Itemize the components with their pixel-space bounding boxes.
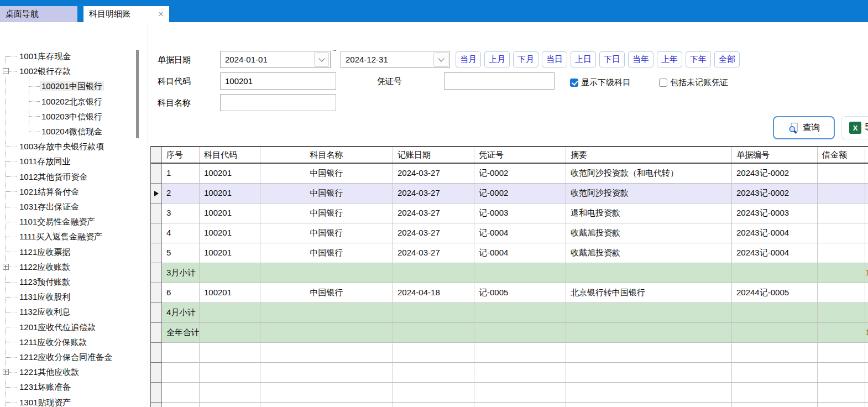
column-header[interactable]: 记账日期 (393, 147, 474, 163)
tab-subject-detail-ledger[interactable]: 科目明细账 × (83, 6, 169, 22)
voucher-input[interactable] (444, 72, 555, 90)
tree-item[interactable]: 1001库存现金 (18, 49, 72, 64)
checkbox-icon[interactable] (659, 79, 667, 87)
quick-date-button[interactable]: 当日 (542, 51, 567, 67)
quick-date-button[interactable]: 上年 (657, 51, 682, 67)
table-row[interactable]: 全年合计1 (151, 323, 868, 343)
table-row[interactable]: 1100201中国银行2024-03-27记-0002收范阿沙投资款（和电代转）… (151, 164, 868, 184)
table-row[interactable] (151, 343, 868, 363)
tree-item[interactable]: 1111买入返售金融资产 (18, 229, 104, 244)
table-row[interactable]: 5100201中国银行2024-03-27记-0004收戴旭投资款20243记-… (151, 243, 868, 263)
row-selector-cell[interactable] (151, 323, 162, 343)
tree-item[interactable]: 1031存出保证金 (18, 199, 81, 214)
table-row[interactable]: 2100201中国银行2024-03-27记-0002收范阿沙投资款20243记… (151, 184, 868, 204)
table-cell (393, 323, 474, 343)
row-selector-cell[interactable] (151, 164, 162, 184)
query-button[interactable]: 查询 (773, 116, 835, 139)
column-header[interactable]: 凭证号 (474, 147, 566, 163)
row-selector-cell[interactable] (151, 403, 162, 407)
quick-date-button[interactable]: 当年 (628, 51, 653, 67)
date-from-combo[interactable]: 2024-01-01 (220, 51, 331, 68)
excel-export-button[interactable]: X 导 (841, 116, 868, 139)
date-to-combo[interactable]: 2024-12-31 (341, 51, 450, 68)
tree-scrollbar[interactable] (135, 22, 139, 407)
checkbox-show-sub-accounts[interactable]: 显示下级科目 (570, 78, 631, 87)
tree-item[interactable]: 1221其他应收款 (18, 364, 81, 379)
tree-item[interactable]: 1101交易性金融资产 (18, 214, 97, 229)
tree-item[interactable]: 1003存放中央银行款项 (18, 139, 106, 154)
tree-item[interactable]: 1201应收代位追偿款 (18, 320, 97, 335)
row-selector-cell[interactable] (151, 383, 162, 403)
tree-item[interactable]: 100203中信银行 (40, 109, 104, 124)
scrollbar-thumb[interactable] (136, 50, 139, 138)
row-selector-cell[interactable] (151, 263, 162, 283)
tab-desktop-nav[interactable]: 桌面导航 (0, 6, 77, 22)
account-code-input[interactable] (220, 72, 336, 90)
column-header[interactable]: 借金额 (818, 147, 865, 163)
tree-item[interactable]: 1123预付账款 (18, 274, 72, 289)
tree-item[interactable]: 100202北京银行 (40, 94, 104, 109)
close-icon[interactable]: × (150, 9, 164, 19)
expander-icon[interactable] (3, 369, 9, 375)
tree-item[interactable]: 1122应收账款 (18, 259, 72, 274)
row-selector-cell[interactable] (151, 243, 162, 263)
table-row[interactable]: 4100201中国银行2024-03-27记-0004收戴旭投资款20243记-… (151, 223, 868, 243)
quick-date-button[interactable]: 上日 (571, 51, 596, 67)
tree-item[interactable]: 1231坏账准备 (18, 379, 72, 394)
table-cell: 100201 (200, 184, 260, 204)
expander-icon[interactable] (3, 68, 9, 74)
tree-item[interactable]: 1132应收利息 (18, 304, 72, 319)
quick-date-button[interactable]: 当月 (456, 51, 481, 67)
tree-item[interactable]: 1012其他货币资金 (18, 169, 89, 184)
table-cell (393, 263, 474, 283)
tree-item[interactable]: 1021结算备付金 (18, 184, 81, 199)
column-header[interactable] (865, 147, 868, 163)
row-selector-cell[interactable] (151, 283, 162, 303)
row-selector-cell[interactable] (151, 303, 162, 323)
voucher-label: 凭证号 (377, 76, 402, 87)
row-selector-cell[interactable] (151, 343, 162, 363)
quick-date-button[interactable]: 下日 (599, 51, 625, 67)
table-row[interactable] (151, 363, 868, 383)
table-cell (865, 403, 868, 407)
chevron-down-icon[interactable] (314, 52, 329, 67)
table-row[interactable] (151, 383, 868, 403)
table-row[interactable]: 3100201中国银行2024-03-27记-0003退和电投资款20243记-… (151, 204, 868, 223)
row-selector-cell[interactable] (151, 223, 162, 243)
table-cell: 4月小计 (162, 303, 200, 323)
quick-date-button[interactable]: 下月 (513, 51, 538, 67)
row-selector-cell[interactable] (151, 363, 162, 383)
table-row[interactable]: 4月小计 (151, 303, 868, 323)
tree-item[interactable]: 100201中国银行 (40, 79, 104, 93)
tree-item[interactable]: 100204微信现金 (40, 124, 104, 139)
column-header[interactable]: 摘要 (566, 147, 732, 163)
tree-item[interactable]: 1131应收股利 (18, 289, 72, 304)
row-selector-cell[interactable] (151, 204, 162, 223)
table-row[interactable]: 3月小计1 (151, 263, 868, 283)
tree-item-label: 1122应收账款 (18, 262, 72, 272)
chevron-down-icon[interactable] (433, 52, 448, 67)
row-selector-cell[interactable] (151, 184, 162, 204)
checkbox-icon[interactable] (570, 79, 578, 87)
tree-item[interactable]: 1121应收票据 (18, 244, 72, 259)
table-cell: 记-0003 (474, 204, 566, 223)
table-row[interactable]: 6100201中国银行2024-04-18记-0005北京银行转中国银行2024… (151, 283, 868, 303)
table-cell: 100201 (200, 283, 260, 303)
tree-item[interactable]: 1212应收分保合同准备金 (18, 349, 114, 364)
quick-date-button[interactable]: 下年 (686, 51, 711, 67)
expander-icon[interactable] (3, 264, 9, 270)
column-header[interactable]: 科目名称 (260, 147, 393, 163)
checkbox-include-unposted[interactable]: 包括未记账凭证 (659, 78, 728, 87)
table-cell (566, 263, 732, 283)
account-name-input[interactable] (220, 94, 336, 111)
tree-item[interactable]: 1301贴现资产 (18, 395, 72, 407)
table-row[interactable] (151, 403, 868, 407)
column-header[interactable]: 序号 (162, 147, 200, 163)
quick-date-button[interactable]: 上月 (484, 51, 510, 67)
quick-date-button[interactable]: 全部 (714, 51, 740, 67)
column-header[interactable]: 科目代码 (200, 147, 260, 163)
tree-item[interactable]: 1011存放同业 (18, 154, 72, 169)
tree-item[interactable]: 1211应收分保账款 (18, 335, 88, 349)
tree-item[interactable]: 1002银行存款 (18, 64, 72, 79)
column-header[interactable]: 单据编号 (732, 147, 818, 163)
